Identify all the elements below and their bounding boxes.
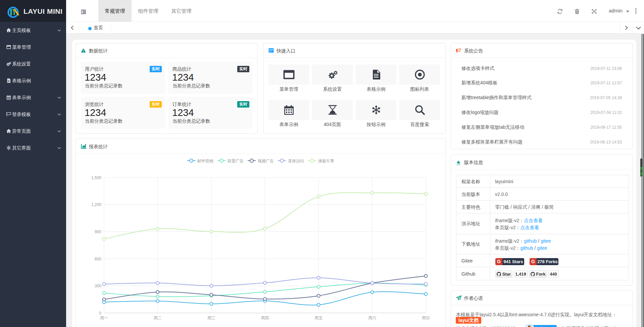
svg-text:1,500: 1,500 (91, 175, 101, 180)
svg-text:视频广告: 视频广告 (257, 159, 274, 163)
svg-text:周二: 周二 (154, 316, 162, 320)
svg-text:周三: 周三 (207, 316, 215, 320)
svg-text:联盟广告: 联盟广告 (227, 159, 244, 163)
svg-text:周六: 周六 (368, 316, 376, 320)
svg-text:周日: 周日 (422, 316, 430, 320)
svg-text:周一: 周一 (100, 316, 108, 320)
svg-text:600: 600 (95, 257, 101, 261)
svg-text:搜索引擎: 搜索引擎 (318, 159, 334, 163)
svg-text:直接访问: 直接访问 (288, 159, 304, 163)
svg-text:1,200: 1,200 (91, 202, 101, 207)
svg-text:邮件营销: 邮件营销 (197, 159, 213, 163)
svg-text:周五: 周五 (314, 316, 323, 320)
svg-text:周四: 周四 (261, 316, 269, 320)
svg-text:300: 300 (95, 284, 101, 288)
svg-text:900: 900 (95, 230, 101, 234)
svg-text:0: 0 (99, 311, 101, 316)
